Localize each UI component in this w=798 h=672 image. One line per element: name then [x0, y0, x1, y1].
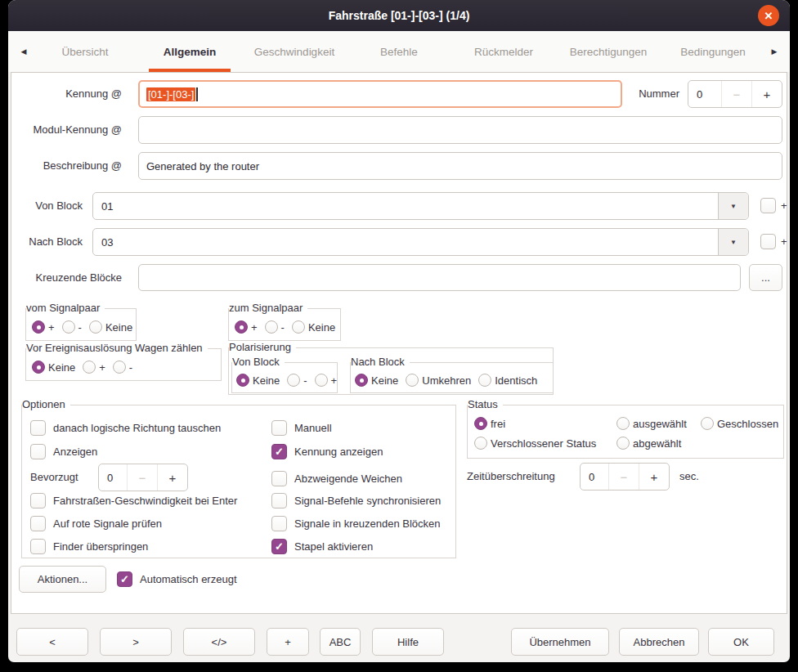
radio-zum-keine[interactable]: [292, 320, 305, 334]
status-verschlossener: Verschlossener Status: [474, 437, 603, 450]
nav-prev-button[interactable]: <: [16, 628, 88, 656]
add-button[interactable]: +: [267, 628, 309, 656]
zeit-increment-button[interactable]: +: [639, 464, 669, 490]
radio-label: frei: [491, 418, 505, 430]
radio-status-geschlossen[interactable]: [701, 417, 714, 430]
radio-zum-plus[interactable]: [235, 320, 248, 334]
zeit-decrement-button[interactable]: −: [608, 464, 639, 490]
nav-next-button[interactable]: >: [100, 628, 172, 656]
rote-signale-checkbox[interactable]: ✓: [30, 516, 46, 531]
abzweigende-weichen-checkbox[interactable]: ✓: [271, 471, 287, 486]
status-ausgewaehlt: ausgewählt: [616, 417, 694, 430]
automatisch-erzeugt-checkbox[interactable]: ✓: [117, 571, 132, 587]
tab-scroll-right-icon[interactable]: ▶: [765, 31, 783, 72]
radio-label: abgewählt: [633, 437, 681, 450]
checkbox-label: Signal-Befehle synchronisieren: [294, 495, 441, 507]
richtung-tauschen-checkbox[interactable]: ✓: [30, 420, 46, 436]
nummer-decrement-button[interactable]: −: [721, 81, 751, 107]
tab-bedingungen[interactable]: Bedingungen: [661, 31, 765, 72]
stapel-aktivieren-checkbox[interactable]: ✓: [271, 539, 287, 554]
bevorzugt-value[interactable]: 0: [99, 464, 127, 491]
option-finder-ueberspringen: ✓ Finder überspringen: [30, 539, 148, 554]
checkbox-label: Kennung anzeigen: [294, 446, 383, 458]
radio-wagen-plus[interactable]: [83, 361, 96, 374]
kennung-anzeigen-checkbox[interactable]: ✓: [271, 444, 287, 459]
nach-block-value: 03: [93, 229, 718, 255]
wagen-zaehlen-title: Vor Ereignisauslösung Wagen zählen: [26, 342, 208, 355]
bevorzugt-decrement-button[interactable]: −: [127, 464, 157, 491]
zeitueberschreitung-value[interactable]: 0: [581, 464, 608, 490]
optionen-title: Optionen: [22, 398, 70, 411]
tab-allgemein[interactable]: Allgemein: [137, 31, 242, 72]
radio-vom-keine[interactable]: [89, 320, 102, 334]
radio-wagen-keine[interactable]: [32, 361, 45, 374]
manuell-checkbox[interactable]: ✓: [271, 420, 287, 436]
kennung-input[interactable]: [01-]-[03-]: [138, 80, 622, 108]
option-geschwindigkeit-enter: ✓ Fahrstraßen-Geschwindigkeit bei Enter: [30, 493, 237, 508]
radio-vom-plus[interactable]: [32, 320, 45, 334]
radio-status-abgewaehlt[interactable]: [616, 437, 630, 450]
nummer-increment-button[interactable]: +: [751, 81, 782, 107]
option-rote-signale: ✓ Auf rote Signale prüfen: [30, 516, 162, 531]
checkbox-label: Finder überspringen: [53, 540, 148, 553]
radio-polar-von-plus[interactable]: [315, 374, 328, 387]
radio-label: Verschlossener Status: [491, 437, 596, 450]
radio-vom-minus[interactable]: [62, 320, 75, 334]
tab-befehle[interactable]: Befehle: [347, 31, 451, 72]
zum-signalpaar-frame: zum Signalpaar + - Keine: [228, 308, 341, 341]
von-block-plus-checkbox[interactable]: ✓: [760, 198, 776, 213]
nach-block-plus-checkbox[interactable]: ✓: [760, 234, 776, 249]
kreuzende-bloecke-more-button[interactable]: ...: [749, 264, 782, 291]
radio-status-ausgewaehlt[interactable]: [616, 417, 630, 430]
zeit-unit-label: sec.: [679, 463, 699, 491]
radio-status-verschlossener[interactable]: [474, 437, 487, 450]
nummer-value[interactable]: 0: [688, 81, 721, 107]
titlebar[interactable]: Fahrstraße [01-]-[03-] (1/4) ✕: [8, 0, 790, 31]
signal-befehle-sync-checkbox[interactable]: ✓: [271, 493, 287, 508]
nach-block-label: Nach Block: [11, 228, 83, 256]
ok-button[interactable]: OK: [708, 628, 774, 656]
nach-block-plus-label: +: [781, 228, 787, 256]
tab-scroll-left-icon[interactable]: ◀: [15, 31, 33, 72]
check-icon: ✓: [275, 446, 284, 457]
help-button[interactable]: Hilfe: [372, 628, 444, 656]
tab-label: Berechtigungen: [570, 46, 648, 58]
kreuzende-bloecke-input[interactable]: [138, 264, 741, 291]
tab-berechtigungen[interactable]: Berechtigungen: [556, 31, 661, 72]
tab-rueckmelder[interactable]: Rückmelder: [451, 31, 556, 72]
radio-polar-nach-umkehren[interactable]: [406, 374, 419, 387]
apply-button[interactable]: Übernehmen: [511, 628, 609, 656]
signale-kreuzende-checkbox[interactable]: ✓: [271, 516, 287, 531]
beschreibung-input[interactable]: Generated by the router: [138, 152, 782, 180]
aktionen-button[interactable]: Aktionen...: [19, 566, 106, 593]
radio-polar-nach-keine[interactable]: [355, 374, 368, 387]
tab-geschwindigkeit[interactable]: Geschwindigkeit: [242, 31, 347, 72]
checkbox-label: danach logische Richtung tauschen: [53, 422, 221, 434]
close-button[interactable]: ✕: [758, 5, 779, 26]
beschreibung-label: Beschreibung @: [11, 152, 122, 180]
radio-polar-nach-identisch[interactable]: [478, 374, 491, 387]
radio-zum-minus[interactable]: [265, 320, 278, 334]
radio-wagen-minus[interactable]: [113, 361, 126, 374]
radio-polar-von-minus[interactable]: [287, 374, 300, 387]
xml-code-button[interactable]: </>: [183, 628, 255, 656]
radio-status-frei[interactable]: [474, 417, 487, 430]
nach-block-dropdown-button[interactable]: ▼: [718, 229, 748, 255]
von-block-dropdown-button[interactable]: ▼: [718, 193, 748, 219]
window-title: Fahrstraße [01-]-[03-] (1/4): [329, 9, 470, 22]
anzeigen-checkbox[interactable]: ✓: [30, 444, 46, 459]
cancel-button[interactable]: Abbrechen: [619, 628, 699, 656]
radio-polar-von-keine[interactable]: [236, 374, 249, 387]
radio-label: -: [78, 321, 82, 334]
finder-ueberspringen-checkbox[interactable]: ✓: [30, 539, 46, 554]
tab-uebersicht[interactable]: Übersicht: [33, 31, 137, 72]
vom-signalpaar-frame: vom Signalpaar + - Keine: [25, 308, 137, 341]
abc-button[interactable]: ABC: [320, 628, 361, 656]
nach-block-combobox[interactable]: 03 ▼: [92, 228, 749, 256]
von-block-combobox[interactable]: 01 ▼: [92, 192, 749, 220]
modul-kennung-input[interactable]: [138, 116, 782, 144]
bevorzugt-increment-button[interactable]: +: [157, 464, 187, 491]
chevron-down-icon: ▼: [730, 239, 737, 246]
radio-label: Keine: [371, 374, 398, 387]
geschwindigkeit-enter-checkbox[interactable]: ✓: [30, 493, 46, 508]
